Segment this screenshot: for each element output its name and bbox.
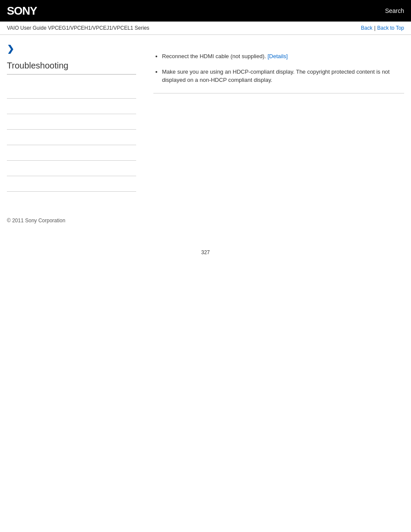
list-item [7, 83, 136, 99]
page-number: 327 [0, 249, 411, 264]
main-content: ❯ Troubleshooting Reconnect the HDMI cab… [0, 35, 411, 200]
details-link[interactable]: [Details] [268, 53, 288, 59]
list-item [7, 176, 136, 192]
list-item [7, 161, 136, 176]
list-item: Make sure you are using an HDCP-complian… [162, 68, 404, 84]
chevron-icon: ❯ [7, 44, 136, 54]
footer: © 2011 Sony Corporation [0, 209, 411, 232]
back-to-top-link[interactable]: Back to Top [377, 25, 404, 31]
list-item [7, 99, 136, 114]
list-item [7, 114, 136, 130]
breadcrumb-bar: VAIO User Guide VPCEG1/VPCEH1/VPCEJ1/VPC… [0, 22, 411, 35]
breadcrumb-nav: Back | Back to Top [361, 25, 404, 31]
content-list: Reconnect the HDMI cable (not supplied).… [153, 52, 404, 84]
list-item [7, 145, 136, 161]
list-item [7, 130, 136, 145]
content-text: Reconnect the HDMI cable (not supplied). [162, 53, 266, 59]
header: SONY Search [0, 0, 411, 22]
search-button[interactable]: Search [385, 7, 404, 14]
list-item: Reconnect the HDMI cable (not supplied).… [162, 52, 404, 61]
sidebar-links [7, 83, 136, 192]
breadcrumb-separator: | [374, 25, 375, 31]
copyright-text: © 2011 Sony Corporation [7, 218, 65, 224]
breadcrumb-title: VAIO User Guide VPCEG1/VPCEH1/VPCEJ1/VPC… [7, 25, 149, 31]
content-divider [153, 93, 404, 93]
content-area: Reconnect the HDMI cable (not supplied).… [145, 44, 404, 192]
sony-logo: SONY [7, 4, 37, 18]
content-text: Make sure you are using an HDCP-complian… [162, 68, 389, 84]
sidebar: ❯ Troubleshooting [7, 44, 145, 192]
back-link[interactable]: Back [361, 25, 373, 31]
sidebar-title: Troubleshooting [7, 61, 136, 75]
